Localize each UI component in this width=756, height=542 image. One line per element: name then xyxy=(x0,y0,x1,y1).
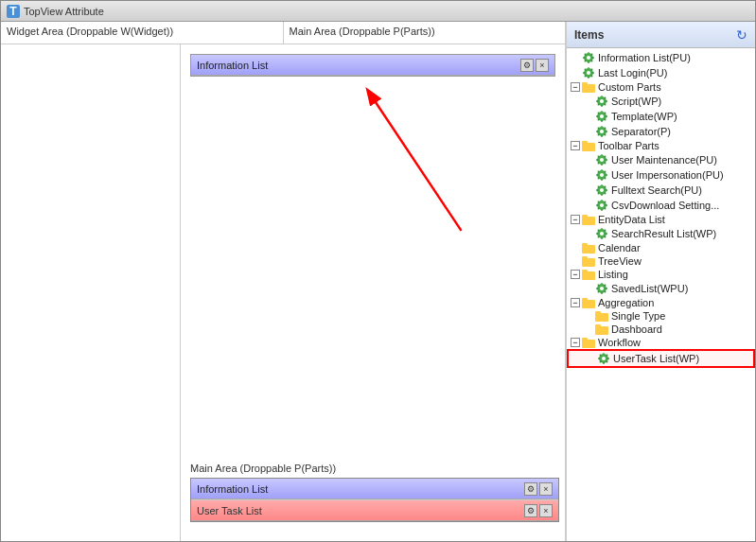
tree-label-custom-parts: Custom Parts xyxy=(598,81,661,93)
tree-toggle-listing[interactable]: − xyxy=(571,270,580,279)
tree-item-custom-parts[interactable]: − Custom Parts xyxy=(567,80,755,94)
svg-rect-80 xyxy=(606,189,608,190)
info-list-bottom-close-btn[interactable]: × xyxy=(539,482,553,496)
svg-rect-6 xyxy=(592,57,595,58)
svg-rect-88 xyxy=(601,200,602,202)
info-list-bottom-title: Information List xyxy=(197,483,268,495)
svg-line-1 xyxy=(368,91,461,231)
svg-point-77 xyxy=(600,188,604,192)
tree-item-info-list-pu[interactable]: Information List(PU) xyxy=(567,50,755,65)
tree-container[interactable]: Information List(PU) Last Login(PU)− Cus… xyxy=(567,48,755,541)
svg-rect-74 xyxy=(596,174,599,175)
user-task-controls: ⚙ × xyxy=(524,504,553,517)
tree-item-separator-p[interactable]: Separator(P) xyxy=(567,124,755,139)
tree-item-csvdownload[interactable]: CsvDownload Setting... xyxy=(567,198,755,213)
bottom-panel-container: Information List ⚙ × User xyxy=(190,478,559,522)
svg-rect-58 xyxy=(601,154,602,157)
tree-item-dashboard[interactable]: Dashboard xyxy=(567,323,755,336)
svg-rect-84 xyxy=(596,189,599,190)
tree-item-single-type[interactable]: Single Type xyxy=(567,309,755,323)
tree-item-usertask-list-wp[interactable]: UserTask List(WP) xyxy=(567,349,755,368)
svg-rect-104 xyxy=(601,237,602,240)
info-list-top-close-btn[interactable]: × xyxy=(536,59,549,72)
tree-toggle-aggregation[interactable]: − xyxy=(571,298,580,307)
info-list-row: Information List ⚙ × xyxy=(191,479,558,500)
svg-rect-134 xyxy=(603,353,604,356)
tree-label-workflow: Workflow xyxy=(598,337,641,348)
tree-item-searchresult-list-wp[interactable]: SearchResult List(WP) xyxy=(567,226,755,241)
svg-rect-36 xyxy=(601,111,602,114)
svg-rect-129 xyxy=(595,324,601,327)
tree-item-toolbar-parts[interactable]: − Toolbar Parts xyxy=(567,139,755,152)
user-task-header: User Task List ⚙ × xyxy=(191,500,558,521)
tree-toggle-entitydata-list[interactable]: − xyxy=(571,215,580,224)
user-task-close-btn[interactable]: × xyxy=(539,504,553,517)
tree-item-aggregation[interactable]: − Aggregation xyxy=(567,296,755,309)
svg-point-99 xyxy=(600,232,604,236)
tree-label-single-type: Single Type xyxy=(611,310,665,322)
folder-icon xyxy=(595,310,608,322)
svg-rect-112 xyxy=(582,271,595,280)
info-list-top-box: Information List ⚙ × xyxy=(190,54,555,77)
bottom-area-label: Main Area (Droppable P(Parts)) xyxy=(190,463,559,474)
tree-label-usertask-list-wp: UserTask List(WP) xyxy=(613,353,699,364)
tree-item-template-wp[interactable]: Template(WP) xyxy=(567,109,755,124)
user-task-gear-btn[interactable]: ⚙ xyxy=(524,504,537,517)
gear-icon xyxy=(595,110,608,123)
right-panel: Items ↻ Information List(PU) xyxy=(566,22,755,541)
tree-item-user-impersonation-pu[interactable]: User Impersonation(PU) xyxy=(567,167,755,183)
svg-rect-18 xyxy=(588,77,589,79)
svg-rect-38 xyxy=(606,115,608,116)
svg-rect-64 xyxy=(596,159,599,160)
svg-rect-120 xyxy=(601,292,602,295)
tree-item-fulltext-search-pu[interactable]: Fulltext Search(PU) xyxy=(567,183,755,198)
title-bar-text: TopView Attribute xyxy=(24,6,104,17)
gear-icon xyxy=(595,95,608,108)
tree-label-user-maintenance-pu: User Maintenance(PU) xyxy=(611,154,717,166)
info-list-bottom-gear-btn[interactable]: ⚙ xyxy=(524,482,537,496)
refresh-icon[interactable]: ↻ xyxy=(736,27,747,43)
gear-icon xyxy=(595,199,608,212)
tree-item-savedlist-wpu[interactable]: SavedList(WPU) xyxy=(567,281,755,296)
tree-toggle-custom-parts[interactable]: − xyxy=(571,82,580,92)
tree-item-calendar[interactable]: Calendar xyxy=(567,241,755,254)
svg-rect-46 xyxy=(601,126,602,129)
svg-rect-122 xyxy=(596,288,599,288)
svg-rect-26 xyxy=(601,96,602,98)
tree-item-user-maintenance-pu[interactable]: User Maintenance(PU) xyxy=(567,152,755,167)
tree-item-workflow[interactable]: − Workflow xyxy=(567,336,755,349)
folder-icon xyxy=(582,269,595,280)
folder-icon xyxy=(582,140,595,151)
tree-item-listing[interactable]: − Listing xyxy=(567,268,755,281)
svg-rect-113 xyxy=(582,270,588,272)
tree-label-dashboard: Dashboard xyxy=(611,323,662,335)
tree-item-script-wp[interactable]: Script(WP) xyxy=(567,94,755,109)
svg-rect-127 xyxy=(595,311,601,314)
gear-icon xyxy=(595,227,608,240)
svg-rect-82 xyxy=(601,194,602,197)
svg-rect-96 xyxy=(582,217,595,225)
svg-rect-60 xyxy=(606,159,608,160)
svg-rect-125 xyxy=(582,298,588,301)
svg-rect-70 xyxy=(606,174,608,175)
tree-label-toolbar-parts: Toolbar Parts xyxy=(598,140,659,151)
folder-icon xyxy=(582,337,595,348)
main-area: Information List ⚙ × xyxy=(181,44,565,541)
tree-label-user-impersonation-pu: User Impersonation(PU) xyxy=(611,169,724,181)
left-panel: Widget Area (Droppable W(Widget)) Main A… xyxy=(1,22,566,541)
bottom-main-section: Main Area (Droppable P(Parts)) Informati… xyxy=(190,463,559,522)
tree-item-last-login-pu[interactable]: Last Login(PU) xyxy=(567,65,755,80)
tree-item-entitydata-list[interactable]: − EntityData List xyxy=(567,213,755,226)
svg-rect-136 xyxy=(607,358,610,358)
tree-label-treeview: TreeView xyxy=(598,255,642,267)
tree-item-treeview[interactable]: TreeView xyxy=(567,254,755,268)
info-list-top-gear-btn[interactable]: ⚙ xyxy=(520,59,534,72)
tree-toggle-workflow[interactable]: − xyxy=(571,338,580,347)
svg-rect-124 xyxy=(582,300,595,308)
svg-rect-140 xyxy=(598,358,601,358)
tree-label-last-login-pu: Last Login(PU) xyxy=(598,67,667,79)
tree-label-csvdownload: CsvDownload Setting... xyxy=(611,200,719,211)
folder-icon xyxy=(595,323,608,335)
widget-area-label: Widget Area (Droppable W(Widget)) xyxy=(1,22,284,44)
tree-toggle-toolbar-parts[interactable]: − xyxy=(571,141,580,150)
